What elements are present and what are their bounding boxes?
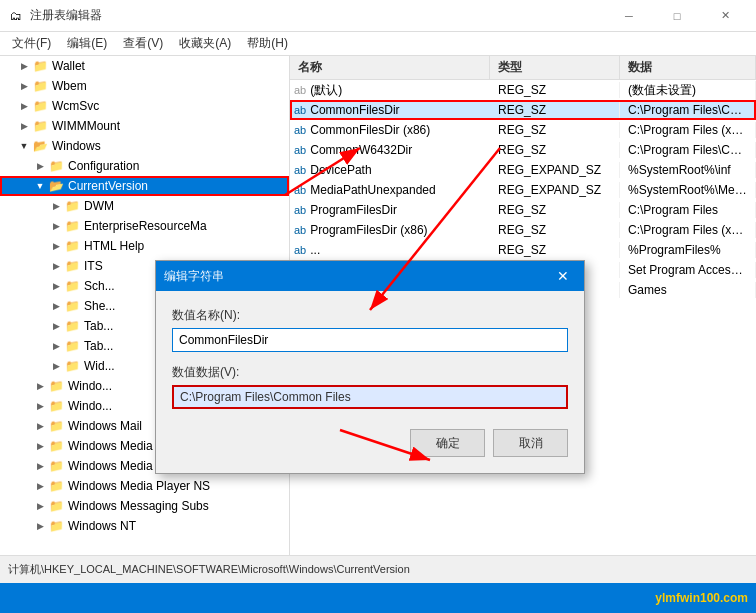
reg-row-commonw6432dir[interactable]: ab CommonW6432Dir REG_SZ C:\Program File…	[290, 140, 756, 160]
reg-row-programfiles-pct[interactable]: ab ... REG_SZ %ProgramFiles%	[290, 240, 756, 260]
tree-label-wcmsvc: WcmSvc	[52, 99, 99, 113]
title-bar: 🗂 注册表编辑器 ─ □ ✕	[0, 0, 756, 32]
ab-icon-programfiles-pct: ab	[294, 244, 306, 256]
folder-icon-wallet: 📁	[32, 58, 48, 74]
reg-type-commonfilesdir: REG_SZ	[490, 102, 620, 118]
menu-file[interactable]: 文件(F)	[4, 33, 59, 54]
dialog-body: 数值名称(N): 数值数据(V): 确定 取消	[156, 291, 584, 473]
reg-row-default[interactable]: ab (默认) REG_SZ (数值未设置)	[290, 80, 756, 100]
tree-label-windowsmessaging: Windows Messaging Subs	[68, 499, 209, 513]
dialog-data-input[interactable]	[172, 385, 568, 409]
col-header-data: 数据	[620, 56, 756, 79]
reg-row-devicepath[interactable]: ab DevicePath REG_EXPAND_SZ %SystemRoot%…	[290, 160, 756, 180]
tree-label-tab2: Tab...	[84, 339, 113, 353]
reg-data-programfiles-pct: %ProgramFiles%	[620, 242, 756, 258]
reg-data-commonfilesdir86: C:\Program Files (x86)\...	[620, 122, 756, 138]
tree-toggle-windo2: ▶	[32, 401, 48, 411]
tree-label-windo1: Windo...	[68, 379, 112, 393]
tree-item-enterprise[interactable]: ▶ 📁 EnterpriseResourceMa	[0, 216, 289, 236]
status-bar: 计算机\HKEY_LOCAL_MACHINE\SOFTWARE\Microsof…	[0, 555, 756, 583]
folder-icon-windowsmediadevice: 📁	[48, 438, 64, 454]
close-button[interactable]: ✕	[702, 1, 748, 31]
col-header-type: 类型	[490, 56, 620, 79]
tree-item-dwm[interactable]: ▶ 📁 DWM	[0, 196, 289, 216]
reg-row-commonfilesdir[interactable]: ab CommonFilesDir REG_SZ C:\Program File…	[290, 100, 756, 120]
tree-label-its: ITS	[84, 259, 103, 273]
tree-item-wallet[interactable]: ▶ 📁 Wallet	[0, 56, 289, 76]
tree-item-windowsmediaplayerns[interactable]: ▶ 📁 Windows Media Player NS	[0, 476, 289, 496]
tree-toggle-windowsmediaplayerns: ▶	[32, 481, 48, 491]
bottom-bar: ylmfwin100.com	[0, 583, 756, 613]
minimize-button[interactable]: ─	[606, 1, 652, 31]
folder-icon-wid: 📁	[64, 358, 80, 374]
tree-item-windowsnt[interactable]: ▶ 📁 Windows NT	[0, 516, 289, 536]
tree-toggle-windowsmail: ▶	[32, 421, 48, 431]
maximize-button[interactable]: □	[654, 1, 700, 31]
dialog-close-button[interactable]: ✕	[550, 263, 576, 289]
folder-icon-currentversion: 📂	[48, 178, 64, 194]
tree-item-wbem[interactable]: ▶ 📁 Wbem	[0, 76, 289, 96]
reg-data-commonw6432dir: C:\Program Files\Comm...	[620, 142, 756, 158]
reg-name-commonfilesdir86: ab CommonFilesDir (x86)	[290, 122, 490, 138]
tree-toggle-wallet: ▶	[16, 61, 32, 71]
tree-label-configuration: Configuration	[68, 159, 139, 173]
reg-name-mediapathunexpanded: ab MediaPathUnexpanded	[290, 182, 490, 198]
dialog-cancel-button[interactable]: 取消	[493, 429, 568, 457]
app-icon: 🗂	[8, 8, 24, 24]
reg-row-programfilesdir[interactable]: ab ProgramFilesDir REG_SZ C:\Program Fil…	[290, 200, 756, 220]
tree-item-windowsmessaging[interactable]: ▶ 📁 Windows Messaging Subs	[0, 496, 289, 516]
folder-icon-enterprise: 📁	[64, 218, 80, 234]
dialog-title-bar: 编辑字符串 ✕	[156, 261, 584, 291]
tree-toggle-its: ▶	[48, 261, 64, 271]
reg-name-label-commonfilesdir: CommonFilesDir	[310, 103, 399, 117]
ab-icon-commonfilesdir86: ab	[294, 124, 306, 136]
menu-view[interactable]: 查看(V)	[115, 33, 171, 54]
reg-name-programfilesdir: ab ProgramFilesDir	[290, 202, 490, 218]
dialog-data-label: 数值数据(V):	[172, 364, 568, 381]
folder-icon-windo1: 📁	[48, 378, 64, 394]
ab-icon-programfilesdir: ab	[294, 204, 306, 216]
folder-icon-its: 📁	[64, 258, 80, 274]
tree-label-windowsmediaplayerns: Windows Media Player NS	[68, 479, 210, 493]
folder-icon-wimmount: 📁	[32, 118, 48, 134]
dialog-name-input[interactable]	[172, 328, 568, 352]
reg-data-games: Games	[620, 282, 756, 298]
tree-toggle-windowsmediafoundation: ▶	[32, 461, 48, 471]
reg-name-label-devicepath: DevicePath	[310, 163, 371, 177]
reg-type-mediapathunexpanded: REG_EXPAND_SZ	[490, 182, 620, 198]
tree-toggle-wimmount: ▶	[16, 121, 32, 131]
menu-help[interactable]: 帮助(H)	[239, 33, 296, 54]
reg-row-programfilesdir86[interactable]: ab ProgramFilesDir (x86) REG_SZ C:\Progr…	[290, 220, 756, 240]
ab-icon-mediapathunexpanded: ab	[294, 184, 306, 196]
reg-name-programfiles-pct: ab ...	[290, 242, 490, 258]
reg-name-label-programfiles-pct: ...	[310, 243, 320, 257]
bottom-logo: ylmfwin100.com	[655, 591, 748, 605]
tree-item-wimmount[interactable]: ▶ 📁 WIMMMount	[0, 116, 289, 136]
tree-item-windows[interactable]: ▼ 📂 Windows	[0, 136, 289, 156]
folder-icon-wbem: 📁	[32, 78, 48, 94]
reg-row-commonfilesdir86[interactable]: ab CommonFilesDir (x86) REG_SZ C:\Progra…	[290, 120, 756, 140]
reg-name-label-mediapathunexpanded: MediaPathUnexpanded	[310, 183, 435, 197]
reg-data-devicepath: %SystemRoot%\inf	[620, 162, 756, 178]
tree-item-htmlhelp[interactable]: ▶ 📁 HTML Help	[0, 236, 289, 256]
reg-data-default: (数值未设置)	[620, 81, 756, 100]
tree-label-dwm: DWM	[84, 199, 114, 213]
edit-string-dialog[interactable]: 编辑字符串 ✕ 数值名称(N): 数值数据(V): 确定 取消	[155, 260, 585, 474]
ab-icon-commonw6432dir: ab	[294, 144, 306, 156]
status-path: 计算机\HKEY_LOCAL_MACHINE\SOFTWARE\Microsof…	[8, 562, 410, 577]
tree-toggle-windowsnt: ▶	[32, 521, 48, 531]
folder-icon-she: 📁	[64, 298, 80, 314]
reg-name-default: ab (默认)	[290, 81, 490, 100]
tree-item-configuration[interactable]: ▶ 📁 Configuration	[0, 156, 289, 176]
tree-toggle-htmlhelp: ▶	[48, 241, 64, 251]
menu-favorites[interactable]: 收藏夹(A)	[171, 33, 239, 54]
reg-name-label-default: (默认)	[310, 82, 342, 99]
reg-name-commonfilesdir: ab CommonFilesDir	[290, 102, 490, 118]
tree-item-currentversion[interactable]: ▼ 📂 CurrentVersion	[0, 176, 289, 196]
reg-row-mediapathunexpanded[interactable]: ab MediaPathUnexpanded REG_EXPAND_SZ %Sy…	[290, 180, 756, 200]
dialog-ok-button[interactable]: 确定	[410, 429, 485, 457]
tree-label-windo2: Windo...	[68, 399, 112, 413]
tree-item-wcmsvc[interactable]: ▶ 📁 WcmSvc	[0, 96, 289, 116]
menu-edit[interactable]: 编辑(E)	[59, 33, 115, 54]
reg-data-commonfilesdir: C:\Program Files\Comm...	[620, 102, 756, 118]
